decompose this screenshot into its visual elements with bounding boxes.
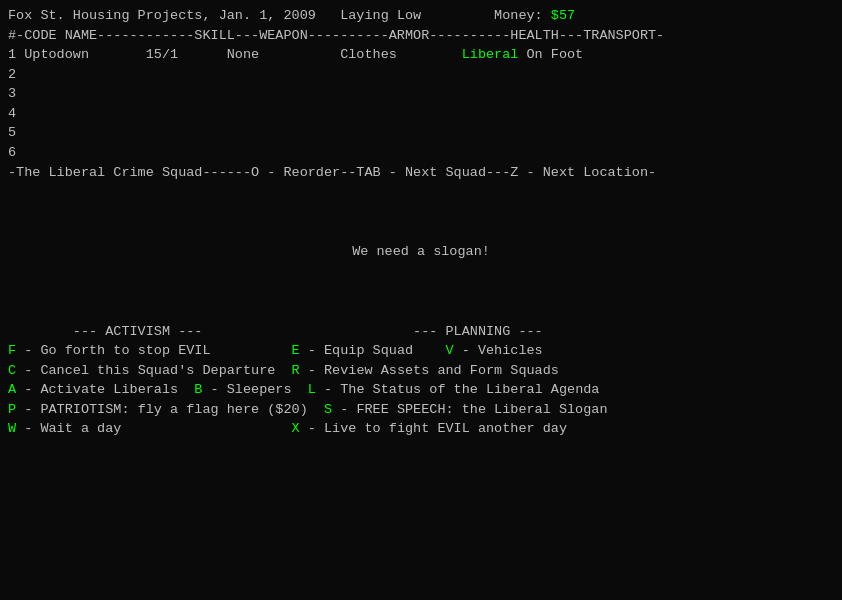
money-label: Money: xyxy=(494,8,543,23)
game-screen: Fox St. Housing Projects, Jan. 1, 2009 L… xyxy=(0,0,842,600)
squad-row-4: 4 xyxy=(8,104,834,124)
slogan-area: We need a slogan! xyxy=(8,242,834,262)
slogan-text: We need a slogan! xyxy=(352,244,490,259)
location-text: Fox St. Housing Projects, Jan. 1, 2009 xyxy=(8,8,316,23)
money-value: $57 xyxy=(551,8,575,23)
menu-row-5: W - Wait a day X - Live to fight EVIL an… xyxy=(8,419,834,439)
squad-header: #-CODE NAME------------SKILL---WEAPON---… xyxy=(8,26,834,46)
squad-row-5: 5 xyxy=(8,123,834,143)
menu-row-4: P - PATRIOTISM: fly a flag here ($20) S … xyxy=(8,400,834,420)
menu-row-1: F - Go forth to stop EVIL E - Equip Squa… xyxy=(8,341,834,361)
activism-header: --- ACTIVISM --- xyxy=(73,324,203,339)
menu-area: --- ACTIVISM --- --- PLANNING --- F - Go… xyxy=(8,322,834,439)
planning-header: --- PLANNING --- xyxy=(413,324,543,339)
menu-row-2: C - Cancel this Squad's Departure R - Re… xyxy=(8,361,834,381)
menu-row-3: A - Activate Liberals B - Sleepers L - T… xyxy=(8,380,834,400)
squad-row-3: 3 xyxy=(8,84,834,104)
nav-bar: -The Liberal Crime Squad------O - Reorde… xyxy=(8,163,834,183)
header-line: Fox St. Housing Projects, Jan. 1, 2009 L… xyxy=(8,6,834,26)
squad-row-1: 1 Uptodown 15/1 None Clothes Liberal On … xyxy=(8,45,834,65)
squad-row-6: 6 xyxy=(8,143,834,163)
status-text: Laying Low xyxy=(340,8,421,23)
menu-headers: --- ACTIVISM --- --- PLANNING --- xyxy=(8,322,834,342)
squad-row-2: 2 xyxy=(8,65,834,85)
